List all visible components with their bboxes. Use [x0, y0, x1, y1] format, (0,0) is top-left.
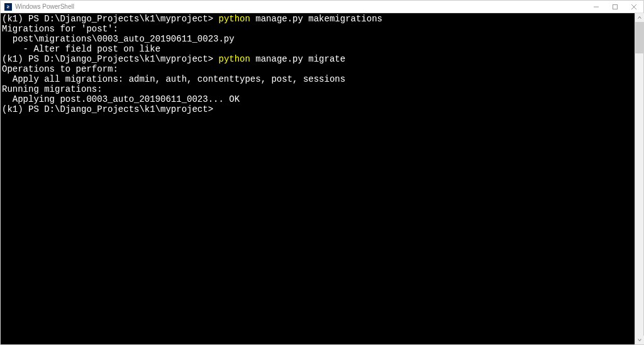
terminal-line: Operations to perform:	[2, 64, 633, 74]
terminal[interactable]: (k1) PS D:\Django_Projects\k1\myproject>…	[1, 13, 635, 344]
terminal-line: (k1) PS D:\Django_Projects\k1\myproject>…	[2, 14, 633, 24]
terminal-output-text: - Alter field post on like	[2, 44, 160, 54]
terminal-line: (k1) PS D:\Django_Projects\k1\myproject>…	[2, 54, 633, 64]
terminal-line: (k1) PS D:\Django_Projects\k1\myproject>	[2, 104, 633, 114]
terminal-output-text: Operations to perform:	[2, 64, 118, 74]
powershell-icon: ≥	[4, 3, 12, 11]
minimize-button[interactable]	[587, 1, 606, 13]
scroll-down-button[interactable]	[635, 336, 644, 344]
prompt-path: D:\Django_Projects\k1\myproject>	[44, 54, 218, 64]
terminal-output-text: post\migrations\0003_auto_20190611_0023.…	[2, 34, 235, 44]
prompt-ps: PS	[28, 104, 44, 114]
terminal-line: Apply all migrations: admin, auth, conte…	[2, 74, 633, 84]
prompt-env: (k1)	[2, 14, 28, 24]
scrollbar-thumb[interactable]	[635, 22, 644, 53]
command-args: manage.py makemigrations	[250, 14, 382, 24]
scrollbar[interactable]	[635, 13, 643, 344]
prompt-path: D:\Django_Projects\k1\myproject>	[44, 104, 213, 114]
command-args: manage.py migrate	[250, 54, 345, 64]
terminal-line: post\migrations\0003_auto_20190611_0023.…	[2, 34, 633, 44]
terminal-line: Running migrations:	[2, 84, 633, 94]
command-python: python	[218, 54, 250, 64]
terminal-line: Migrations for 'post':	[2, 24, 633, 34]
prompt-env: (k1)	[2, 54, 28, 64]
terminal-output-text: Apply all migrations: admin, auth, conte…	[2, 74, 345, 84]
terminal-line: - Alter field post on like	[2, 44, 633, 54]
powershell-window: ≥ Windows PowerShell (k1) PS D:\Django_P…	[0, 0, 644, 345]
maximize-button[interactable]	[606, 1, 625, 13]
window-controls	[587, 1, 643, 13]
terminal-output-text: Migrations for 'post':	[2, 24, 118, 34]
scroll-up-button[interactable]	[635, 13, 644, 22]
terminal-wrapper: (k1) PS D:\Django_Projects\k1\myproject>…	[1, 13, 643, 344]
command-python: python	[218, 14, 250, 24]
terminal-line: Applying post.0003_auto_20190611_0023...…	[2, 94, 633, 104]
window-title: Windows PowerShell	[15, 3, 74, 10]
prompt-path: D:\Django_Projects\k1\myproject>	[44, 14, 218, 24]
prompt-ps: PS	[28, 54, 44, 64]
scrollbar-track[interactable]	[635, 22, 643, 336]
prompt-ps: PS	[28, 14, 44, 24]
titlebar[interactable]: ≥ Windows PowerShell	[1, 1, 643, 13]
terminal-output-text: Applying post.0003_auto_20190611_0023...…	[2, 94, 240, 104]
close-button[interactable]	[625, 1, 643, 13]
prompt-env: (k1)	[2, 104, 28, 114]
svg-rect-1	[613, 4, 618, 9]
terminal-output-text: Running migrations:	[2, 84, 103, 94]
